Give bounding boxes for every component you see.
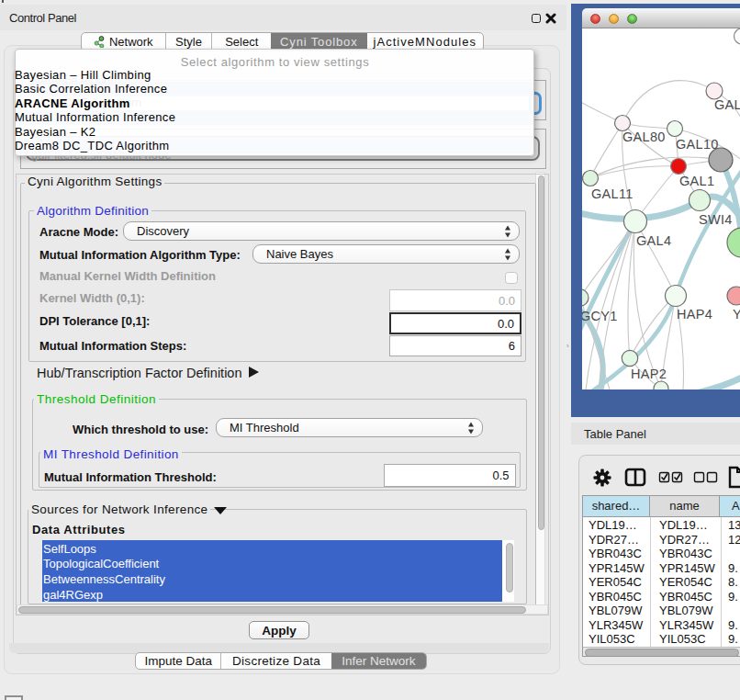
svg-text:Y: Y: [733, 307, 740, 322]
svg-text:SWI4: SWI4: [699, 212, 733, 227]
svg-text:GAL1: GAL1: [679, 174, 714, 188]
svg-text:HAP2: HAP2: [631, 367, 667, 381]
svg-text:GAL2: GAL2: [714, 97, 740, 112]
svg-text:GAL4: GAL4: [636, 233, 671, 248]
svg-text:GAL10: GAL10: [676, 137, 719, 152]
svg-text:GCY1: GCY1: [582, 309, 618, 323]
svg-text:GAL11: GAL11: [591, 186, 633, 201]
svg-text:GAL80: GAL80: [622, 130, 666, 144]
svg-text:HAP4: HAP4: [677, 307, 712, 322]
